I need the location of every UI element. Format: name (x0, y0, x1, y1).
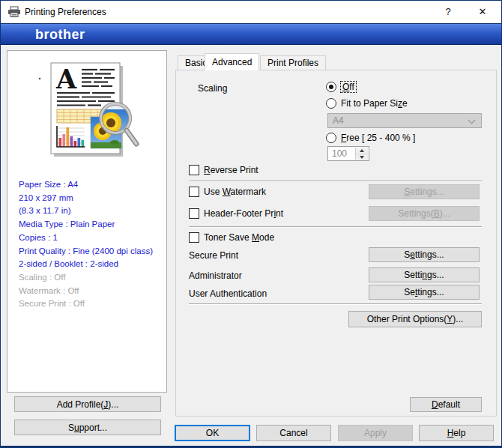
divider (189, 303, 482, 304)
brother-logo: brother (35, 27, 85, 43)
printer-icon (7, 6, 21, 18)
scaling-off-option[interactable]: Off (326, 82, 356, 92)
scaling-fit-option[interactable]: Fit to Paper Size (326, 98, 408, 109)
close-button[interactable]: ✕ (471, 1, 495, 22)
secure-print-settings-button[interactable]: Settings... (369, 247, 480, 262)
divider (189, 226, 482, 227)
settings-summary: Paper Size : A4 210 x 297 mm (8.3 x 11.7… (19, 178, 153, 311)
reverse-print-checkbox[interactable]: Reverse Print (189, 165, 258, 175)
divider (189, 181, 482, 181)
administrator-label: Administrator (189, 270, 242, 281)
secure-print-label: Secure Print (189, 250, 238, 261)
dot-mark (39, 78, 41, 80)
title-bar: Printing Preferences ? ✕ (1, 1, 501, 23)
default-button[interactable]: Default (410, 397, 482, 412)
printing-preferences-dialog: Printing Preferences ? ✕ brother A (0, 0, 502, 448)
radio-icon[interactable] (326, 133, 336, 143)
window-border (1, 446, 501, 447)
free-scale-stepper[interactable]: 100 (327, 146, 369, 161)
user-authentication-label: User Authentication (189, 288, 267, 299)
free-scale-value: 100 (332, 148, 347, 159)
ok-button[interactable]: OK (175, 425, 250, 441)
checkbox-icon[interactable] (189, 187, 199, 197)
spin-up-icon[interactable] (356, 148, 368, 154)
preview-letter: A (55, 64, 77, 94)
scaling-off-label[interactable]: Off (341, 82, 356, 92)
user-authentication-settings-button[interactable]: Settings... (369, 285, 480, 300)
document-preview: A (7, 51, 166, 163)
window-title: Printing Preferences (25, 7, 106, 17)
radio-icon[interactable] (326, 98, 336, 109)
scaling-label: Scaling (198, 83, 227, 94)
summary-line: (8.3 x 11.7 in) (19, 205, 153, 218)
watermark-settings-button: Settings... (369, 184, 480, 199)
summary-line: Watermark : Off (19, 285, 153, 298)
header-footer-checkbox[interactable]: Header-Footer Print (189, 208, 283, 219)
scaling-free-option[interactable]: Free [ 25 - 400 % ] (326, 133, 415, 143)
support-button[interactable]: Support... (14, 420, 161, 435)
reverse-print-label[interactable]: Reverse Print (204, 165, 258, 175)
checkbox-icon[interactable] (189, 165, 199, 175)
header-footer-label[interactable]: Header-Footer Print (204, 208, 283, 219)
summary-line: Secure Print : Off (19, 297, 153, 311)
use-watermark-checkbox[interactable]: Use Watermark (189, 187, 266, 197)
spinner-buttons[interactable] (355, 148, 368, 160)
help-button[interactable]: ? (436, 1, 460, 22)
summary-line: Scaling : Off (19, 271, 153, 285)
summary-line: Paper Size : A4 (19, 178, 153, 192)
chevron-down-icon (468, 117, 476, 124)
cancel-button[interactable]: Cancel (256, 425, 331, 441)
scaling-free-label[interactable]: Free [ 25 - 400 % ] (341, 133, 415, 143)
help-button-footer[interactable]: Help (419, 425, 494, 441)
scaling-fit-label[interactable]: Fit to Paper Size (341, 98, 408, 109)
radio-selected-icon[interactable] (326, 82, 336, 92)
other-print-options-button[interactable]: Other Print Options(Y)... (348, 311, 482, 327)
apply-button: Apply (338, 425, 413, 441)
spin-down-icon[interactable] (356, 154, 368, 160)
summary-line: 210 x 297 mm (19, 192, 153, 205)
administrator-settings-button[interactable]: Settings... (369, 267, 480, 282)
tab-print-profiles[interactable]: Print Profiles (260, 55, 326, 70)
toner-save-label[interactable]: Toner Save Mode (204, 232, 274, 243)
summary-line: Print Quality : Fine (2400 dpi class) (19, 245, 153, 258)
paper-size-value: A4 (333, 115, 344, 126)
checkbox-icon[interactable] (189, 208, 199, 219)
summary-line: 2-sided / Booklet : 2-sided (19, 258, 153, 271)
tab-advanced[interactable]: Advanced (205, 53, 259, 70)
toner-save-checkbox[interactable]: Toner Save Mode (189, 232, 274, 243)
summary-line: Copies : 1 (19, 231, 153, 245)
checkbox-icon[interactable] (189, 232, 199, 243)
advanced-tab-page: Scaling Off Fit to Paper Size A4 Free [ … (175, 70, 497, 417)
header-footer-settings-button: Settings(B)... (369, 206, 480, 221)
paper-size-select[interactable]: A4 (327, 113, 482, 128)
add-profile-button[interactable]: Add Profile(J)... (14, 396, 161, 412)
use-watermark-label[interactable]: Use Watermark (204, 187, 266, 197)
preview-panel: A (7, 50, 167, 393)
brand-bar: brother (1, 23, 501, 45)
summary-line: Media Type : Plain Paper (19, 218, 153, 231)
